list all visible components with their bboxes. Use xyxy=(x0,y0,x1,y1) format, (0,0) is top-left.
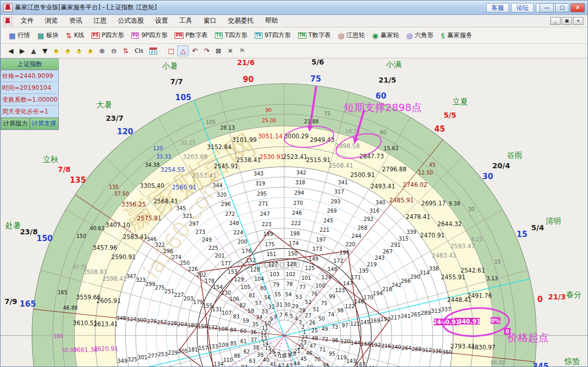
menu-item-7[interactable]: 窗口 xyxy=(198,15,222,27)
drawtool-cls-button[interactable]: Cls xyxy=(132,46,146,56)
spiral-number: 105 xyxy=(241,284,251,290)
mdi-minimize-button[interactable]: _ xyxy=(550,17,561,25)
toolbar-winner-wheel-button[interactable]: ◉赢家轮 xyxy=(368,29,403,41)
drawtool-pan-left-button[interactable]: ◆← xyxy=(51,45,62,56)
spiral-number: 268 xyxy=(358,225,367,231)
solar-term-label: 小满 xyxy=(385,60,401,69)
mdi-restore-button[interactable]: ▣ xyxy=(562,17,572,25)
outer-degree-label: 120 xyxy=(117,127,133,136)
toolbar-kline-button[interactable]: ⇅K线 xyxy=(62,29,88,41)
drawtool-zoom-in-button[interactable]: ⊕ xyxy=(96,45,108,56)
toolbar-hexagon-button[interactable]: ◎六角形 xyxy=(403,29,437,41)
drawtool-rect-tool-button[interactable]: □ xyxy=(165,45,177,56)
toolbar-sectors-button[interactable]: ▩板块 xyxy=(34,29,62,41)
spiral-number: 149 xyxy=(308,256,318,262)
toolbar-t-table-button[interactable]: TNT数字表 xyxy=(295,29,335,41)
drawtool-updown-button[interactable]: ⇅ xyxy=(120,45,132,56)
spiral-number: 200 xyxy=(238,239,247,245)
toolbar-p-square-button[interactable]: PSP四方形 xyxy=(88,29,128,41)
gann-wheel-chart[interactable]: 赢家财富网ia360.comwww.yingjia360.comQQ:10080… xyxy=(1,58,588,367)
drawtool-triangle-tool-button[interactable]: △ xyxy=(177,45,189,56)
spiral-number: 180 xyxy=(188,323,197,328)
drawtool-pennant-down-button[interactable]: ▼ xyxy=(39,45,51,56)
spiral-number: 317 xyxy=(334,189,344,195)
titlebar-link-1[interactable]: 论坛 xyxy=(511,3,534,12)
toolbar-9t-square-button[interactable]: T99T四方形 xyxy=(251,29,295,41)
degree-label: 45 xyxy=(429,162,436,168)
spiral-number: 148 xyxy=(328,266,337,272)
percent-label: 15.63 xyxy=(384,146,399,151)
degree-label: 75 xyxy=(324,111,331,117)
drawtool-box-x-button[interactable]: ⊠ xyxy=(212,45,224,56)
percent-label: 3.13 xyxy=(486,276,498,281)
price-inner-label: 2508.41 xyxy=(329,162,353,169)
toolbar-winner-service-button[interactable]: $赢家服务 xyxy=(437,29,476,41)
solar-date-label: 7/9 xyxy=(5,297,18,306)
menu-item-5[interactable]: 设置 xyxy=(149,15,174,27)
mdi-close-button[interactable]: × xyxy=(573,17,583,25)
spiral-number: 130 xyxy=(221,290,231,296)
close-button[interactable]: × xyxy=(570,3,585,12)
spiral-number: 30 xyxy=(284,302,291,308)
outer-degree-label: 75 xyxy=(310,74,321,84)
spiral-number: 313 xyxy=(431,308,441,314)
spiral-number: 201 xyxy=(215,253,225,259)
drawtool-flag-button[interactable]: ⚑ xyxy=(236,45,249,56)
drawtool-pan-down-button[interactable]: ◆↓ xyxy=(85,45,96,56)
spiral-number: 99 xyxy=(329,294,335,299)
spiral-number: 95 xyxy=(329,351,335,357)
drawtool-scatter-button[interactable]: ✕ xyxy=(224,45,236,56)
symbol-name: 上证指数 xyxy=(1,59,58,70)
spiral-number: 3 xyxy=(299,320,302,325)
drawtool-calendar-button[interactable]: 21 xyxy=(146,46,160,56)
drawtool-pennant-up-button[interactable]: ▲ xyxy=(28,45,39,56)
drawtool-back-button[interactable]: ◀ xyxy=(5,45,17,56)
window-title: 赢家江恩专业版[赢家服务平台] - [上证指数 江恩轮] xyxy=(15,3,157,12)
arc-ccw-icon: ↶ xyxy=(192,47,197,55)
drawtool-pan-up-button[interactable]: ◆↑ xyxy=(73,45,85,56)
drawtool-zoom-out-button[interactable]: ⊖ xyxy=(108,45,120,56)
spiral-number: 108 xyxy=(218,326,228,332)
drawtool-pan-right-button[interactable]: ◆→ xyxy=(62,45,73,56)
menu-item-4[interactable]: 公式选股 xyxy=(112,15,149,27)
percent-label-highlight: 0% xyxy=(491,318,500,324)
menu-item-2[interactable]: 资讯 xyxy=(64,15,88,27)
toolbar-quotes-button[interactable]: ▦行情 xyxy=(5,29,34,41)
degree-label: 105 xyxy=(206,119,215,125)
drawtool-rotate-cw-button[interactable]: ↷ xyxy=(200,45,212,56)
spiral-number: 4 xyxy=(295,316,298,322)
spiral-number: 129 xyxy=(234,277,244,282)
toolbar-gann-wheel-button[interactable]: ◎江恩轮 xyxy=(334,29,368,41)
degree-label: 150 xyxy=(76,233,86,239)
drawtool-rotate-ccw-button[interactable]: ↶ xyxy=(189,45,200,56)
spiral-number: 342 xyxy=(297,170,306,175)
minimize-button[interactable]: — xyxy=(539,3,554,12)
spiral-number: 44 xyxy=(293,361,300,366)
percent-label: 37.50 xyxy=(114,191,129,197)
gann-wheel-canvas[interactable]: 赢家财富网ia360.comwww.yingjia360.comQQ:10080… xyxy=(1,58,588,367)
menu-item-0[interactable]: 文件 xyxy=(15,15,39,27)
maximize-button[interactable]: ▢ xyxy=(555,3,569,12)
spiral-number: 325 xyxy=(128,357,137,362)
spiral-number: 296 xyxy=(221,201,231,207)
titlebar-link-0[interactable]: 客服 xyxy=(486,3,509,12)
spiral-number: 242 xyxy=(392,282,401,288)
drawtool-forward-button[interactable]: ▶ xyxy=(17,45,28,56)
toolbar-t-square-button[interactable]: TST四方形 xyxy=(211,29,251,41)
spiral-number: 336 xyxy=(432,348,442,354)
spiral-number: 223 xyxy=(261,221,271,227)
menu-item-9[interactable]: 帮助 xyxy=(259,15,284,27)
calc-resistance-button[interactable]: 计算阻力 xyxy=(1,118,30,130)
menu-item-1[interactable]: 浏览 xyxy=(39,15,64,27)
toolbar-p-table-button[interactable]: PNP数字表 xyxy=(171,29,211,41)
degree-label: 30 xyxy=(468,206,475,212)
calc-support-button[interactable]: 计算支撑 xyxy=(30,118,59,130)
spiral-number: 52 xyxy=(305,299,312,305)
spiral-number: 292 xyxy=(364,216,374,222)
toolbar-9p-square-button[interactable]: P99P四方形 xyxy=(128,29,171,41)
spiral-number: 94 xyxy=(322,362,329,367)
menu-item-8[interactable]: 交易委托 xyxy=(222,15,259,27)
menu-item-3[interactable]: 江恩 xyxy=(88,15,112,27)
menu-item-6[interactable]: 工具 xyxy=(174,15,198,27)
toolbar-label: K线 xyxy=(74,31,84,40)
